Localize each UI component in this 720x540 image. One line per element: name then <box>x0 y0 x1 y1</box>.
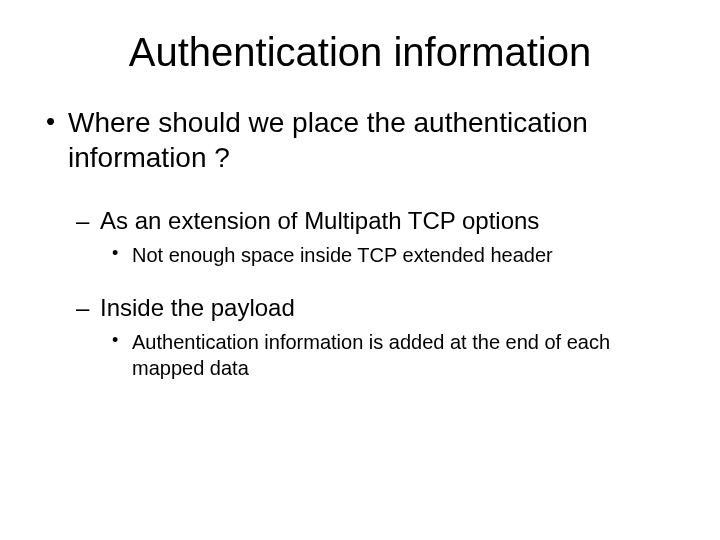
option-1-detail: Not enough space inside TCP extended hea… <box>132 244 553 266</box>
option-2-detail: Authentication information is added at t… <box>132 331 610 379</box>
list-item: Where should we place the authentication… <box>40 105 680 175</box>
slide-title: Authentication information <box>40 30 680 75</box>
sub-list: As an extension of Multipath TCP options <box>40 205 680 236</box>
option-1-text: As an extension of Multipath TCP options <box>100 207 539 234</box>
question-text: Where should we place the authentication… <box>68 107 588 173</box>
list-item: Inside the payload <box>40 292 680 323</box>
sub-sub-list: Authentication information is added at t… <box>40 329 680 381</box>
bullet-list: Where should we place the authentication… <box>40 105 680 175</box>
list-item: As an extension of Multipath TCP options <box>40 205 680 236</box>
list-item: Authentication information is added at t… <box>40 329 680 381</box>
sub-sub-list: Not enough space inside TCP extended hea… <box>40 242 680 268</box>
option-2-text: Inside the payload <box>100 294 295 321</box>
list-item: Not enough space inside TCP extended hea… <box>40 242 680 268</box>
sub-list: Inside the payload <box>40 292 680 323</box>
slide: Authentication information Where should … <box>0 0 720 540</box>
